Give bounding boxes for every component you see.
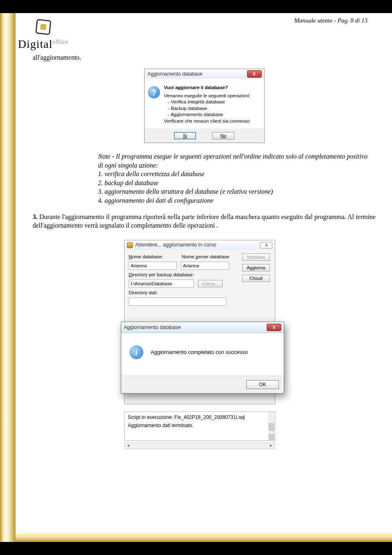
note-intro: Note - Il programma esegue le seguenti o… (98, 152, 368, 170)
bottom-black-bar (0, 542, 392, 555)
confirm-warning: Verificare che nessun client sia conness… (164, 118, 251, 125)
confirm-dialog-message: Vuoi aggiornare il database? Verranno es… (164, 85, 251, 124)
top-black-bar (0, 0, 392, 13)
progress-dialog-titlebar: Attendere... aggiornamento in corso ✕ (125, 240, 275, 250)
progress-dialog-title: Attendere... aggiornamento in corso (135, 242, 216, 248)
confirm-question: Vuoi aggiornare il database? (164, 85, 251, 91)
input-dbserver[interactable] (181, 262, 229, 270)
label-dbserver: Nome server database (182, 254, 239, 259)
section-3: 3. Durante l'aggiornamento il programma … (33, 213, 376, 230)
label-dbname: NNome database:ome database: (129, 254, 178, 259)
progress-close-button[interactable]: ✕ (260, 242, 272, 248)
confirm-op2: - Backup database (168, 105, 251, 112)
input-backupdir[interactable] (129, 280, 194, 288)
log-line-1: Script in esecuzione: Fix_402P18_200_200… (128, 414, 272, 420)
yes-button[interactable]: Si (174, 132, 196, 139)
confirm-dialog-titlebar: Aggiornamento database X (145, 69, 264, 79)
confirm-op1: - Verifica integrità database (168, 99, 251, 105)
chiudi-button[interactable]: Chiudi (242, 275, 270, 282)
note-4: 4. aggiornamento dei dati di configurazi… (98, 196, 368, 205)
horizontal-scrollbar[interactable]: ◄ ► (124, 443, 275, 449)
note-1: 1. verifica della correttezza del databa… (98, 170, 368, 179)
scroll-thumb[interactable] (269, 423, 274, 431)
log-area: Script in esecuzione: Fix_402P18_200_200… (124, 412, 275, 441)
confirm-dialog: Aggiornamento database X ? Vuoi aggiorna… (144, 69, 265, 143)
scroll-down-arrow[interactable] (269, 434, 274, 440)
confirm-op3: - Aggiornamento database (168, 112, 251, 118)
body-line-1: all'aggiornamento. (33, 54, 376, 61)
scroll-left-arrow[interactable]: ◄ (125, 443, 131, 448)
browse-button[interactable]: Cerca... (198, 280, 223, 287)
success-close-button[interactable]: X (267, 324, 281, 331)
left-gold-strip (0, 0, 16, 555)
section-3-number: 3. (33, 213, 38, 220)
input-datadir[interactable] (129, 298, 227, 306)
no-button[interactable]: No (212, 132, 234, 139)
logo: Digitaloffice (18, 20, 380, 51)
ok-button[interactable]: OK (246, 380, 279, 389)
confirm-lead: Verranno eseguite le seguenti operazioni… (164, 93, 251, 99)
versione-button[interactable]: Versione (242, 253, 270, 261)
vertical-scrollbar[interactable] (268, 412, 275, 441)
label-backupdir: Directory per backup database: (129, 272, 194, 277)
info-icon: i (129, 345, 143, 359)
label-datadir: Directory dati: (129, 290, 158, 295)
section-3-text: Durante l'aggiornamento il programma rip… (33, 213, 376, 229)
logo-main: Digital (18, 38, 53, 50)
confirm-dialog-title: Aggiornamento database (148, 71, 203, 77)
log-line-2: Aggiornamento dati terminato. (128, 423, 272, 428)
success-dialog: Aggiornamento database X i Aggiornamento… (121, 322, 284, 394)
bottom-gold-bar (16, 533, 392, 542)
logo-sub: office (53, 39, 68, 45)
scroll-right-arrow[interactable]: ► (268, 443, 274, 448)
confirm-dialog-footer: Si No (145, 128, 264, 143)
logo-mark (35, 19, 51, 35)
input-dbname[interactable] (129, 262, 177, 270)
app-icon (127, 242, 133, 248)
note-2: 2. backup del database (98, 179, 368, 188)
note-3: 3. aggiornamento della struttura del dat… (98, 187, 368, 196)
progress-dialog-group: Attendere... aggiornamento in corso ✕ NN… (122, 240, 286, 461)
success-dialog-titlebar: Aggiornamento database X (121, 322, 284, 333)
question-icon: ? (148, 86, 160, 98)
logo-text: Digitaloffice (18, 38, 380, 51)
success-message: Aggiornamento completato con successo (151, 349, 248, 355)
aggiorna-button[interactable]: Aggiorna (242, 264, 270, 271)
success-dialog-title: Aggiornamento database (124, 324, 181, 330)
close-button[interactable]: X (247, 70, 262, 78)
